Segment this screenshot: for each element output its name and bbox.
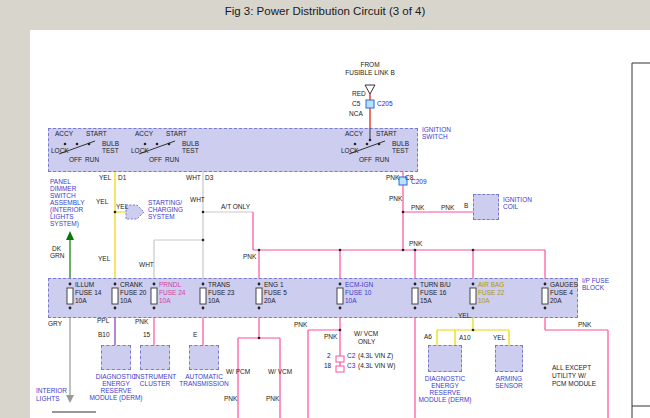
sw1-run: RUN [85,156,99,163]
fuse-name: ENG 1 [264,281,284,288]
connector-c3-link[interactable]: C3 [347,362,355,369]
wire-label-pnk: PNK [441,204,454,211]
wire-label-pnk: PNK [409,240,422,247]
contact-dot [144,143,147,146]
junction-dot [202,211,205,214]
wire-label-yel: YEL [493,334,505,341]
junction-dot [369,139,372,142]
arming-sensor-label-line: SENSOR [495,382,522,389]
sw3-start: START [376,130,397,137]
wire-label-wht: WHT [190,196,205,203]
fuse-body [200,288,206,304]
fuse-terminal [472,307,475,310]
fuse-amps: 10A [345,297,357,304]
terminal-18: 18 [324,362,331,369]
fuse-number: FUSE 16 [420,289,446,296]
fuse-name: PRNDL [159,281,181,288]
arming-sensor-label-line: ARMING [496,375,522,382]
wire-label-pnk: PNK [578,321,591,328]
source-fusible-link: FUSIBLE LINK B [345,69,395,76]
contact-dot [88,143,91,146]
terminal-a10: A10 [459,334,471,341]
derm1-label-line: DIAGNOSTIC [96,373,136,380]
connector-c209-link[interactable]: C209 [411,178,427,185]
fuse-amps: 10A [159,297,171,304]
wire-label-pnk: PNK [135,318,148,325]
fuse-amps: 10A [478,297,490,304]
fuse-body [151,288,157,304]
derm1-label-line: RESERVE [101,387,132,394]
fuse-name: AIR BAG [478,281,504,288]
wire-label-wht: WHT [186,174,201,181]
fuse-name: TRANS [208,281,230,288]
contact-dot [168,143,171,146]
wire-label-grn: GRN [50,252,64,259]
connector-c205-link[interactable]: C205 [377,100,393,107]
green-up-arrow-icon [66,231,74,240]
source-from: FROM [360,61,379,68]
sw1-accy: ACCY [55,130,73,137]
sw1-start: START [86,130,107,137]
wire-label-yel: YEL [99,174,111,181]
instrument-label-line: CLUSTER [140,380,170,387]
terminal-b10: B10 [98,331,110,338]
wire-label-gry: GRY [48,320,62,327]
w-pcm-label: W/ PCM [226,368,250,375]
fuse-terminal [414,307,417,310]
terminal-e: E [193,331,197,338]
terminal-2: 2 [327,352,331,359]
sw2-run: RUN [165,156,179,163]
contact-dot [156,143,159,146]
wire-label-yel: YEL [98,255,110,262]
fuse-terminal [258,307,261,310]
fuse-body [337,288,343,304]
wire-label-wht: WHT [139,261,154,268]
fuse-amps: 10A [208,297,220,304]
junction-dot [202,239,205,242]
terminal-c2-marker [336,356,344,362]
ignition-coil-label-1: IGNITION [503,196,532,203]
sw1-test: TEST [102,147,119,154]
w-vcm-only-line-1: W/ VCM [354,330,378,337]
wire-label-pnk: PNK [294,321,307,328]
auto-trans-label-line: TRANSMISSION [179,380,228,387]
fuse-amps: 10A [120,297,132,304]
sw2-accy: ACCY [135,130,153,137]
sw1-lock: LOCK [51,147,69,154]
fuse-name: ILLUM [75,281,94,288]
page-frame-line [632,63,650,418]
interior-lights-line: LIGHTS [36,395,59,402]
diagram-viewer-window: Fig 3: Power Distribution Circuit (3 of … [0,0,650,418]
ignition-coil-label-2: COIL [503,203,518,210]
connector-c205-marker[interactable] [366,100,374,108]
w-vcm-only-line-2: ONLY [358,338,375,345]
sw3-accy: ACCY [345,130,363,137]
junction-dot [339,329,342,332]
fuse-body [412,288,418,304]
fuse-terminal [202,307,205,310]
fuse-amps: 20A [264,297,276,304]
terminal-d1: D1 [118,174,126,181]
wire-label-red: RED [352,90,366,97]
junction-dot [472,249,475,252]
instrument-label-line: INSTRUMENT [134,373,177,380]
fuse-terminal [258,283,261,286]
wire-label-dk: DK [52,245,61,252]
sw3-off: OFF [359,156,372,163]
terminal-c3-marker [336,366,344,372]
junction-dot [402,249,405,252]
panel-dimmer-line: PANEL [50,178,71,185]
fuse-number: FUSE 5 [264,289,287,296]
gray-down-arrow-icon [66,395,74,403]
auto-trans-label-line: AUTOMATIC [185,373,223,380]
wire-label-pnk: PNK [224,395,237,402]
fuse-terminal [414,283,417,286]
ignition-switch-label-2: SWITCH [422,133,448,140]
wire-label-pnk: PNK [324,333,337,340]
wire-label-pnk: PNK [386,174,399,181]
junction-dot [258,249,261,252]
fuse-number: FUSE 20 [120,289,146,296]
connector-c2-link[interactable]: C2 [347,352,355,359]
terminal-c5: C5 [352,100,360,107]
fuse-number: FUSE 22 [478,289,504,296]
